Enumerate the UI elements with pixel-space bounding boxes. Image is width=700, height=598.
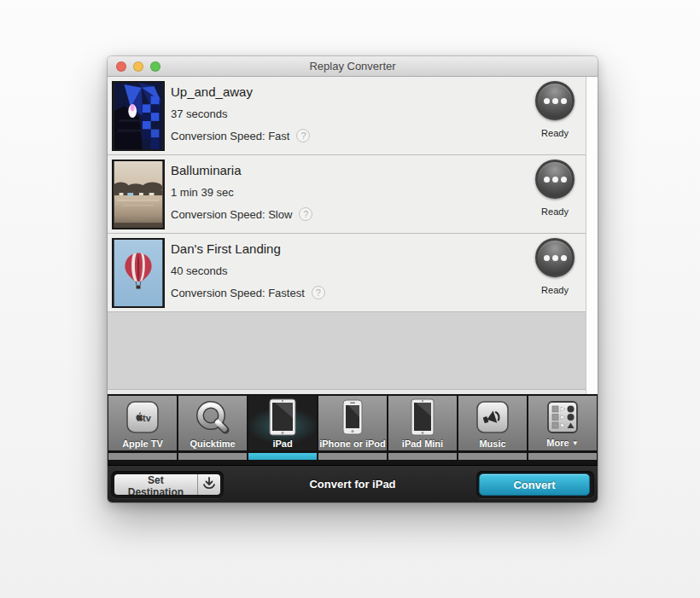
video-title: Dan's First Landing	[171, 241, 325, 257]
video-thumbnail	[112, 81, 165, 151]
device-label: Quicktime	[190, 438, 235, 450]
vertical-scrollbar-track[interactable]	[586, 77, 598, 394]
dot-icon	[544, 255, 550, 261]
convert-button[interactable]: Convert	[479, 473, 590, 496]
device-tab-apple-tv[interactable]: tv Apple TV	[108, 396, 177, 465]
video-thumbnail	[112, 238, 165, 308]
download-icon	[201, 475, 218, 495]
dot-icon	[561, 177, 567, 183]
conversion-speed-label: Conversion Speed: Fast	[171, 130, 289, 142]
status-label: Ready	[535, 206, 575, 217]
red-balloon-thumbnail-art	[114, 240, 163, 306]
replay-converter-window: Replay Converter	[108, 56, 598, 502]
status-menu-button[interactable]	[535, 81, 575, 120]
device-label: Music	[479, 438, 505, 450]
ipad-icon	[248, 398, 317, 437]
ipad-mini-icon	[388, 398, 457, 437]
quicktime-icon	[178, 398, 247, 437]
video-duration: 1 min 39 sec	[171, 186, 312, 199]
device-tab-music[interactable]: Music	[458, 396, 527, 465]
dot-icon	[561, 255, 567, 261]
video-duration: 37 seconds	[171, 107, 310, 120]
help-icon[interactable]: ?	[299, 207, 312, 221]
iphone-icon	[318, 398, 387, 437]
video-thumbnail: · · · · · ·	[112, 160, 165, 229]
status-menu-button[interactable]	[535, 160, 575, 199]
device-tab-ipad[interactable]: iPad	[248, 396, 317, 465]
dot-icon	[552, 255, 558, 261]
media-item-row[interactable]: Up_and_away 37 seconds Conversion Speed:…	[108, 77, 598, 155]
media-list: Up_and_away 37 seconds Conversion Speed:…	[108, 77, 598, 394]
music-speaker-icon	[458, 398, 527, 437]
conversion-speed-label: Conversion Speed: Fastest	[171, 287, 305, 299]
status-label: Ready	[535, 128, 575, 138]
tab-underline	[108, 453, 177, 460]
footer-bar: Set Destination Convert for iPad Convert	[108, 465, 598, 502]
conversion-speed-label: Conversion Speed: Slow	[171, 208, 292, 221]
device-label: iPad Mini	[402, 438, 443, 450]
status-label: Ready	[535, 285, 575, 295]
set-destination-group: Set Destination	[111, 471, 224, 498]
video-title: Balluminaria	[171, 162, 312, 178]
dot-icon	[552, 98, 558, 104]
tab-underline	[318, 453, 387, 460]
media-item-row[interactable]: · · · · · · Balluminaria 1 min 39 sec Co…	[108, 155, 598, 234]
tab-underline	[458, 453, 527, 460]
dot-icon	[552, 177, 558, 183]
help-icon[interactable]: ?	[312, 286, 325, 299]
lake-dusk-thumbnail-art: · · · · · ·	[114, 161, 163, 228]
video-title: Up_and_away	[171, 84, 310, 100]
window-title: Replay Converter	[108, 56, 598, 77]
tab-underline	[528, 453, 597, 460]
device-tab-ipad-mini[interactable]: iPad Mini	[388, 396, 457, 465]
svg-text:· · · · · ·: · · · · · ·	[132, 218, 143, 222]
dot-icon	[561, 98, 567, 104]
apple-tv-icon: tv	[108, 398, 177, 437]
device-label: More ▼	[546, 437, 578, 450]
download-destination-button[interactable]	[197, 474, 220, 495]
device-toolbar: tv Apple TV	[108, 394, 598, 465]
tab-underline-selected	[248, 453, 317, 460]
device-tab-quicktime[interactable]: Quicktime	[178, 396, 247, 465]
device-label: Apple TV	[122, 438, 163, 450]
svg-text:tv: tv	[143, 413, 152, 423]
dot-icon	[544, 177, 550, 183]
chevron-down-icon: ▼	[572, 439, 579, 447]
balloon-interior-thumbnail-art	[114, 83, 163, 149]
status-menu-button[interactable]	[535, 238, 575, 277]
tab-underline	[178, 453, 247, 460]
device-tab-iphone-or-ipod[interactable]: iPhone or iPod	[318, 396, 387, 465]
set-destination-button[interactable]: Set Destination	[114, 474, 197, 495]
more-grid-icon	[528, 398, 597, 437]
device-label: iPad	[272, 438, 292, 450]
dot-icon	[544, 98, 550, 104]
device-label: iPhone or iPod	[319, 438, 386, 450]
title-bar[interactable]: Replay Converter	[108, 56, 598, 77]
help-icon[interactable]: ?	[296, 129, 310, 142]
tab-underline	[388, 453, 457, 460]
convert-group: Convert	[476, 471, 594, 498]
device-tab-more[interactable]: More ▼	[528, 396, 597, 465]
media-item-row[interactable]: Dan's First Landing 40 seconds Conversio…	[108, 234, 598, 312]
video-duration: 40 seconds	[171, 264, 325, 277]
